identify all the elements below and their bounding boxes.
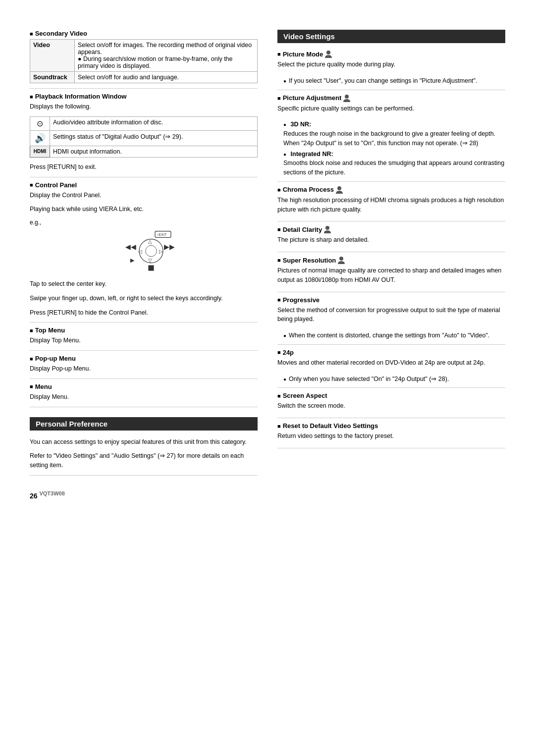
control-panel-title: Control Panel xyxy=(30,181,258,189)
super-resolution-body: Pictures of normal image quality are cor… xyxy=(277,266,505,287)
picture-mode-body: Select the picture quality mode during p… xyxy=(277,60,505,71)
user-icon xyxy=(338,256,345,264)
reset-video-title: Reset to Default Video Settings xyxy=(277,422,505,430)
page-number: 26 VQT3W08 xyxy=(30,490,258,500)
divider xyxy=(277,292,505,292)
popup-menu-content: Display Pop-up Menu. xyxy=(30,364,258,374)
chroma-process-section: Chroma Process The high resolution proce… xyxy=(277,186,505,216)
svg-point-14 xyxy=(337,186,341,190)
svg-text:▶▶: ▶▶ xyxy=(164,243,175,251)
progressive-section: Progressive Select the method of convers… xyxy=(277,296,505,340)
personal-preference-section: Personal Preference You can access setti… xyxy=(30,417,258,470)
disc-content: Audio/video attribute information of dis… xyxy=(50,116,258,130)
super-resolution-section: Super Resolution Pictures of normal imag… xyxy=(277,256,505,287)
progressive-bullet: When the content is distorted, change th… xyxy=(277,331,505,340)
playback-footer: Press [RETURN] to exit. xyxy=(30,162,258,172)
control-instruction-3: Press [RETURN] to hide the Control Panel… xyxy=(30,308,258,318)
user-icon xyxy=(325,50,332,58)
user-icon xyxy=(336,186,343,194)
right-column: Video Settings Picture Mode Select the p… xyxy=(277,30,505,499)
secondary-video-section: Secondary Video Video Select on/off for … xyxy=(30,30,258,83)
svg-text:○EXIT: ○EXIT xyxy=(157,232,167,237)
svg-point-12 xyxy=(326,51,330,54)
popup-menu-section: Pop-up Menu Display Pop-up Menu. xyxy=(30,355,258,374)
divider xyxy=(30,177,258,177)
control-panel-section: Control Panel Display the Control Panel.… xyxy=(30,181,258,318)
playback-info-intro: Displays the following. xyxy=(30,102,258,111)
personal-preference-header: Personal Preference xyxy=(30,417,258,431)
chroma-process-title: Chroma Process xyxy=(277,186,505,194)
popup-menu-title: Pop-up Menu xyxy=(30,355,258,362)
picture-adjustment-body: Specific picture quality settings can be… xyxy=(277,104,505,115)
divider xyxy=(277,221,505,221)
svg-point-15 xyxy=(325,226,329,230)
eg-label: e.g., xyxy=(30,219,258,226)
24p-title: 24p xyxy=(277,349,505,356)
video-content: Select on/off for images. The recording … xyxy=(75,40,258,72)
control-panel-svg: ○EXIT ◀◀ ▶▶ △ ▽ ◁ ▷ xyxy=(121,230,181,274)
secondary-video-table: Video Select on/off for images. The reco… xyxy=(30,39,258,83)
picture-mode-bullet: If you select "User", you can change set… xyxy=(277,76,505,86)
svg-rect-11 xyxy=(148,265,154,270)
top-menu-section: Top Menu Display Top Menu. xyxy=(30,326,258,345)
table-row: 🔊 Settings status of "Digital Audio Outp… xyxy=(30,130,258,146)
table-row: Video Select on/off for images. The reco… xyxy=(30,40,258,72)
super-resolution-title: Super Resolution xyxy=(277,256,505,264)
divider xyxy=(30,88,258,89)
personal-pref-detail: Refer to "Video Settings" and "Audio Set… xyxy=(30,451,258,470)
playback-info-title: Playback Information Window xyxy=(30,93,258,100)
reset-video-body: Return video settings to the factory pre… xyxy=(277,432,505,443)
progressive-body: Select the method of conversion for prog… xyxy=(277,306,505,326)
soundtrack-content: Select on/off for audio and language. xyxy=(75,72,258,83)
version-label: VQT3W08 xyxy=(39,490,64,496)
digital-audio-icon-cell: 🔊 xyxy=(30,130,50,146)
24p-body: Movies and other material recorded on DV… xyxy=(277,358,505,370)
soundtrack-label: Soundtrack xyxy=(30,72,75,83)
video-label: Video xyxy=(30,40,75,72)
svg-text:◀◀: ◀◀ xyxy=(125,243,136,251)
screen-aspect-body: Switch the screen mode. xyxy=(277,401,505,413)
digital-audio-content: Settings status of "Digital Audio Output… xyxy=(50,130,258,146)
picture-adjustment-section: Picture Adjustment Specific picture qual… xyxy=(277,94,505,177)
detail-clarity-body: The picture is sharp and detailed. xyxy=(277,235,505,247)
user-icon xyxy=(324,225,331,233)
reset-video-section: Reset to Default Video Settings Return v… xyxy=(277,422,505,443)
screen-aspect-title: Screen Aspect xyxy=(277,392,505,399)
control-panel-diagram: ○EXIT ◀◀ ▶▶ △ ▽ ◁ ▷ xyxy=(45,230,258,274)
svg-point-13 xyxy=(345,95,349,99)
menu-content: Display Menu. xyxy=(30,392,258,402)
svg-point-5 xyxy=(146,245,157,256)
hdmi-content: HDMI output information. xyxy=(50,146,258,157)
disc-icon-cell: ⊙ xyxy=(30,116,50,130)
table-row: HDMI HDMI output information. xyxy=(30,146,258,157)
24p-bullet: Only when you have selected "On" in "24p… xyxy=(277,375,505,384)
menu-section: Menu Display Menu. xyxy=(30,383,258,402)
svg-text:▽: ▽ xyxy=(148,258,152,263)
divider xyxy=(277,252,505,252)
left-column: Secondary Video Video Select on/off for … xyxy=(30,30,258,499)
playback-info-section: Playback Information Window Displays the… xyxy=(30,93,258,172)
divider xyxy=(30,322,258,323)
screen-aspect-section: Screen Aspect Switch the screen mode. xyxy=(277,392,505,413)
integrated-nr-item: Integrated NR: Smooths block noise and r… xyxy=(277,150,505,177)
menu-title: Menu xyxy=(30,383,258,390)
picture-mode-section: Picture Mode Select the picture quality … xyxy=(277,50,505,86)
table-row: ⊙ Audio/video attribute information of d… xyxy=(30,116,258,130)
divider xyxy=(30,475,258,476)
video-settings-header: Video Settings xyxy=(277,30,505,43)
svg-point-16 xyxy=(339,257,343,261)
secondary-video-title: Secondary Video xyxy=(30,30,258,37)
divider xyxy=(30,407,258,407)
divider xyxy=(277,90,505,90)
24p-section: 24p Movies and other material recorded o… xyxy=(277,349,505,384)
svg-text:▷: ▷ xyxy=(159,249,163,254)
control-instruction-2: Swipe your finger up, down, left, or rig… xyxy=(30,294,258,303)
divider xyxy=(277,448,505,448)
detail-clarity-title: Detail Clarity xyxy=(277,225,505,233)
picture-adjustment-title: Picture Adjustment xyxy=(277,94,505,102)
control-instruction-1: Tap to select the center key. xyxy=(30,279,258,289)
divider xyxy=(277,344,505,345)
svg-text:△: △ xyxy=(148,239,152,244)
page-content: Secondary Video Video Select on/off for … xyxy=(30,30,505,499)
top-menu-title: Top Menu xyxy=(30,326,258,334)
